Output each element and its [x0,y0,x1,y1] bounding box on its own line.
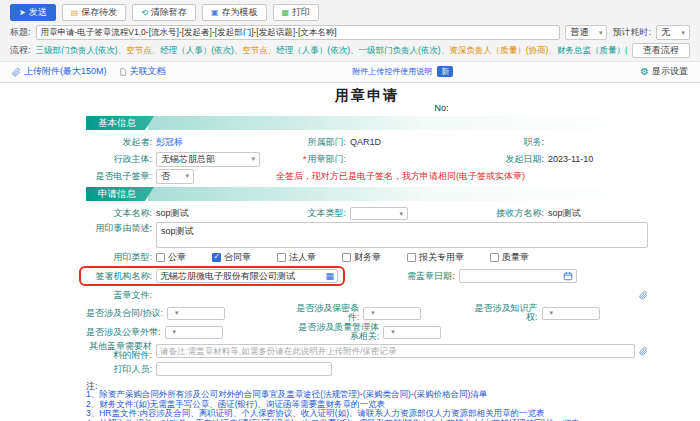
esign-hint: 全签后，现对方已是电子签名，我方申请相同(电子签或实体章) [276,170,525,183]
form-row: 盖章文件: [86,287,648,303]
outside-select[interactable]: ▾ [165,326,223,339]
duration-label: 预计耗时: [612,26,651,39]
seal-type-option[interactable]: 财务章 [342,251,381,264]
checkbox-icon[interactable] [156,253,165,262]
calendar-icon[interactable] [563,271,573,281]
form-number-label: No: [86,103,648,113]
seal-type-option[interactable]: 公章 [156,251,186,264]
entity-select[interactable]: 无锡芯朋总部 ▾ [156,152,260,167]
quality-select[interactable]: ▾ [383,326,441,339]
seal-type-option[interactable]: 质量章 [490,251,529,264]
print-button[interactable]: ▦ 打印 [273,4,320,21]
seal-type-option[interactable]: 合同章 [212,251,251,264]
chevron-down-icon: ▾ [550,309,554,317]
ip-select[interactable]: ▾ [542,307,600,320]
related-doc-label: 关联文档 [130,65,166,78]
outside-label: 是否涉及公章外带: [86,326,165,339]
form-row: 用印事由简述: sop测试 [86,222,648,248]
view-flow-button[interactable]: 查看流程 [632,43,690,58]
seal-date-label: 需盖章日期: [407,270,459,283]
outside-question: 是否涉及公章外带: ▾ [86,326,291,339]
quality-label: 是否涉及质量管理体系相关: [291,323,383,341]
flow-node: 一级部门负责人(依次)、 [359,45,450,55]
section-basic-title: 基本信息 [86,116,154,130]
checkbox-icon[interactable] [277,253,286,262]
priority-select[interactable]: 普通 ▾ [565,25,607,40]
related-doc-link[interactable]: 关联文档 [119,65,166,78]
flow-label: 流程: [10,44,31,57]
contract-select[interactable]: ▾ [167,307,225,320]
seal-date-input[interactable] [459,269,577,283]
other-attachment-input[interactable] [156,344,635,358]
flow-node: 空节点、 [242,45,276,55]
org-name-value: 无锡芯朋微电子股份有限公司测试 [160,270,295,283]
send-button[interactable]: ➤ 发送 [10,4,56,21]
form-row: 打印人员: [86,361,648,377]
doc-type-select[interactable]: ▾ [350,207,408,220]
template-icon: ▣ [211,9,219,17]
chevron-down-icon: ▾ [371,309,375,317]
org-name-input[interactable]: 无锡芯朋微电子股份有限公司测试 ▦ [156,269,338,283]
doc-name-label: 文本名称: [86,207,156,220]
title-label: 标题: [10,26,31,39]
print-label: 打印 [292,7,310,18]
flow-node: 空节点、 [126,45,160,55]
checkbox-label: 质量章 [502,251,529,264]
section-basic-info: 基本信息 [86,116,648,130]
org-highlight-box: 签署机构名称: 无锡芯朋微电子股份有限公司测试 ▦ [79,266,345,286]
view-flow-label: 查看流程 [643,45,679,56]
checkbox-icon[interactable] [490,253,499,262]
toolbar: ➤ 发送 ▤ 保存待发 ⟲ 清除暂存 ▣ 存为模板 ▦ 打印 [10,4,690,25]
send-icon: ➤ [19,9,26,17]
checkbox-icon[interactable] [212,253,221,262]
checkbox-label: 法人章 [289,251,316,264]
checkbox-icon[interactable] [407,253,416,262]
start-date-value: 2023-11-10 [548,154,648,164]
seal-type-label: 用印类型: [86,251,156,264]
save-draft-button[interactable]: ▤ 保存待发 [62,4,127,21]
other-attach-button[interactable] [639,346,648,356]
paperclip-icon [639,290,648,300]
entity-value: 无锡芯朋总部 [161,153,215,166]
seal-type-option[interactable]: 报关专用章 [407,251,464,264]
duration-select[interactable]: 无 ▾ [656,25,690,40]
secret-label: 是否涉及保密条件: [291,304,363,322]
notes-section: 注: 1、除资产采购合同外所有涉及公司对外的合同事宜及盖章途径(法规管理)-(采… [86,380,648,421]
chevron-down-icon: ▾ [185,172,189,180]
notes-label: 注: [86,380,648,390]
seal-file-label: 盖章文件: [86,289,156,302]
header-bar: ➤ 发送 ▤ 保存待发 ⟲ 清除暂存 ▣ 存为模板 ▦ 打印 标题: 普通 ▾ … [0,0,700,83]
printer-input[interactable] [156,362,332,376]
seal-file-attach-button[interactable] [639,290,648,300]
clear-icon: ⟲ [141,9,148,17]
clear-draft-button[interactable]: ⟲ 清除暂存 [132,4,196,21]
checkbox-label: 合同章 [224,251,251,264]
initiator-value[interactable]: 彭冠标 [156,136,276,149]
note-line: 3、HR盖文件:内容涉及合同、离职证明、个人保密协议、收入证明(如)、请联系人力… [86,409,648,419]
section-apply-title: 申请信息 [86,187,154,201]
browse-icon[interactable]: ▦ [325,272,334,281]
helper-link[interactable]: 附件上传控件使用说明 [352,66,432,77]
display-settings-button[interactable]: ⚙ 显示设置 [640,65,688,78]
secret-select[interactable]: ▾ [363,307,421,320]
duration-value: 无 [661,26,670,39]
helper-badge[interactable]: 新 [437,66,453,77]
title-input[interactable] [36,25,561,40]
flow-node: 资深负责人（质量）(协商)、 [449,45,557,55]
entity-label: 行政主体: [86,153,156,166]
form-row: 发起者: 彭冠标 所属部门: QAR1D 职务: [86,134,648,150]
section-ribbon-tail [148,187,648,201]
checkbox-label: 财务章 [354,251,381,264]
flow-path: 三级部门负责人(依次)、空节点、经理（人事）(依次)、空节点、经理（人事）(依次… [36,45,627,57]
esign-select[interactable]: 否 ▾ [156,169,194,184]
reason-textarea[interactable]: sop测试 [156,222,648,248]
paperclip-icon [639,346,648,356]
section-apply-info: 申请信息 [86,187,648,201]
checkbox-icon[interactable] [342,253,351,262]
seal-type-option[interactable]: 法人章 [277,251,316,264]
helper-area: 附件上传控件使用说明 新 [178,66,629,77]
save-template-button[interactable]: ▣ 存为模板 [202,4,267,21]
checkbox-label: 报关专用章 [419,251,464,264]
printer-label: 打印人员: [86,363,156,376]
upload-attachment-link[interactable]: 上传附件(最大150M) [12,65,107,78]
